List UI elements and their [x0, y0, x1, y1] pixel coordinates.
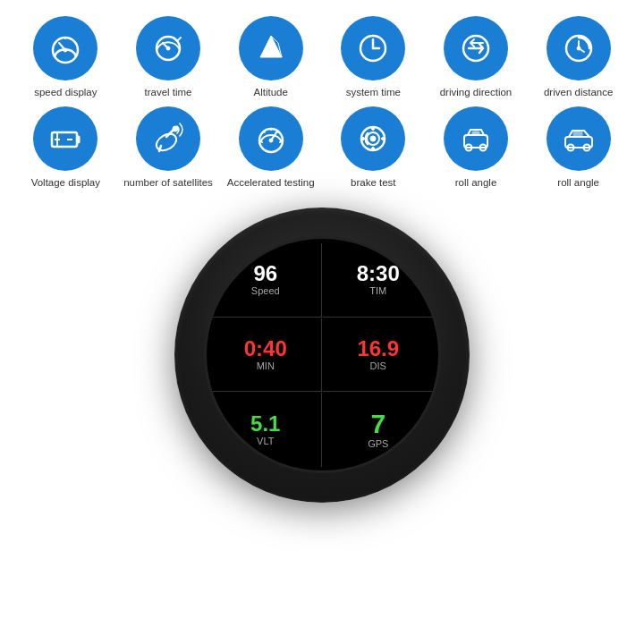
roll-front-icon [458, 121, 494, 157]
voltage-icon [47, 121, 83, 157]
driven-distance-icon [561, 30, 597, 66]
feature-brake: brake test [326, 106, 421, 190]
system-time-label: system time [346, 86, 401, 99]
svg-line-25 [166, 130, 174, 137]
svg-point-39 [372, 127, 375, 130]
satellites-icon-circle [136, 106, 200, 171]
roll-angle-2-label: roll angle [557, 176, 599, 190]
travel-time-icon [150, 30, 186, 66]
system-time-icon-circle [341, 16, 405, 80]
speed-display-label: speed display [34, 86, 97, 99]
feature-satellites: number of satellites [121, 106, 216, 190]
svg-rect-43 [464, 135, 487, 148]
feature-roll-angle-2: roll angle [530, 106, 626, 190]
altitude-label: Altitude [253, 86, 287, 99]
roll-side-icon [561, 121, 597, 157]
time-value: 8:30 [357, 263, 400, 284]
voltage-icon-circle [33, 106, 97, 171]
dis-value: 16.9 [357, 338, 399, 360]
vlt-cell: 5.1 VLT [210, 393, 322, 467]
speed-cell: 96 Speed [210, 243, 322, 318]
min-label: MIN [257, 360, 275, 371]
feature-roll-angle-1: roll angle [428, 106, 524, 190]
voltage-display-label: Voltage display [31, 176, 100, 190]
feature-driving-direction: driving direction [428, 16, 524, 99]
gauge-outer: 96 Speed 8:30 TIM 0:40 MIN 16.9 DIS [174, 208, 470, 503]
satellites-label: number of satellites [123, 176, 213, 190]
feature-speed-display: speed display [18, 16, 114, 99]
brake-label: brake test [351, 176, 396, 190]
driving-direction-icon [458, 30, 494, 66]
features-grid: speed display travel time Altitude [0, 0, 644, 199]
svg-point-40 [372, 147, 375, 149]
dis-label: DIS [370, 360, 386, 371]
svg-point-42 [382, 137, 385, 140]
accelerated-icon [253, 121, 289, 157]
min-value: 0:40 [244, 338, 287, 360]
speed-display-icon-circle [33, 16, 97, 80]
roll-angle-1-icon-circle [444, 106, 508, 171]
svg-rect-20 [77, 136, 80, 143]
speedometer-icon [47, 30, 83, 66]
svg-rect-46 [472, 131, 479, 135]
feature-altitude: Altitude [223, 16, 318, 99]
feature-system-time: system time [326, 16, 421, 99]
speed-value: 96 [253, 263, 277, 284]
svg-rect-50 [573, 131, 582, 137]
svg-point-2 [64, 48, 67, 52]
time-label: TIM [369, 285, 386, 296]
driven-distance-label: driven distance [544, 86, 613, 99]
gps-cell: 7 GPS [323, 393, 435, 467]
travel-time-icon-circle [136, 16, 200, 80]
driving-direction-icon-circle [444, 16, 508, 80]
driven-distance-icon-circle [547, 16, 611, 80]
svg-point-38 [370, 136, 376, 141]
feature-travel-time: travel time [121, 16, 216, 99]
driving-direction-label: driving direction [440, 86, 513, 99]
svg-line-34 [264, 131, 266, 133]
display-grid: 96 Speed 8:30 TIM 0:40 MIN 16.9 DIS [210, 243, 434, 467]
svg-point-24 [154, 131, 180, 154]
vlt-label: VLT [257, 436, 274, 446]
svg-rect-47 [565, 137, 592, 148]
feature-voltage-display: Voltage display [18, 106, 114, 190]
gps-value: 7 [370, 411, 386, 437]
gauge-inner: 96 Speed 8:30 TIM 0:40 MIN 16.9 DIS [204, 236, 441, 473]
svg-point-41 [362, 137, 365, 140]
feature-accelerated: Accelerated testing [223, 106, 318, 190]
vlt-value: 5.1 [250, 413, 280, 435]
svg-point-8 [166, 47, 170, 50]
dis-cell: 16.9 DIS [323, 318, 435, 393]
travel-time-label: travel time [144, 86, 191, 99]
svg-line-35 [276, 131, 278, 133]
speed-label: Speed [251, 285, 280, 296]
accelerated-label: Accelerated testing [227, 176, 315, 190]
satellites-icon [150, 121, 186, 157]
roll-angle-1-label: roll angle [455, 176, 497, 190]
system-time-icon [355, 30, 391, 66]
svg-point-30 [269, 139, 273, 142]
roll-angle-2-icon-circle [547, 106, 611, 171]
feature-driven-distance: driven distance [530, 16, 626, 99]
accelerated-icon-circle [239, 106, 303, 171]
svg-point-18 [577, 47, 580, 50]
altitude-icon [253, 30, 289, 66]
min-cell: 0:40 MIN [210, 318, 322, 393]
brake-icon-circle [341, 106, 405, 171]
gauge-section: 96 Speed 8:30 TIM 0:40 MIN 16.9 DIS [0, 208, 644, 503]
time-cell: 8:30 TIM [323, 243, 435, 318]
gps-label: GPS [368, 438, 388, 449]
brake-icon [355, 121, 391, 157]
altitude-icon-circle [239, 16, 303, 80]
